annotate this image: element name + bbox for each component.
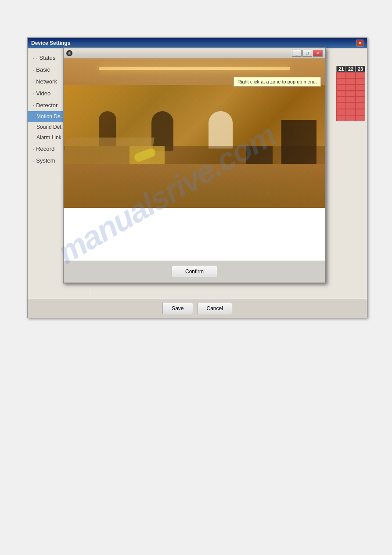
- popup-close-button[interactable]: ✕: [313, 50, 323, 57]
- popup-content-area: [64, 208, 325, 261]
- schedule-col-23: 23: [356, 66, 365, 72]
- schedule-cell[interactable]: [346, 84, 356, 91]
- window-controls: _ □ ✕: [292, 50, 323, 57]
- schedule-cell[interactable]: [346, 91, 356, 97]
- schedule-cell[interactable]: [336, 115, 346, 121]
- schedule-cell[interactable]: [356, 78, 365, 84]
- camera-feed: Right click at a zone to pop up menu.: [64, 58, 325, 208]
- minimize-button[interactable]: _: [292, 50, 302, 57]
- save-button[interactable]: Save: [162, 303, 193, 314]
- schedule-cells: [336, 72, 367, 121]
- cancel-button[interactable]: Cancel: [198, 303, 232, 314]
- schedule-cell[interactable]: [346, 109, 356, 115]
- panel-titlebar: Device Settings ×: [28, 38, 367, 48]
- schedule-col-21: 21: [336, 66, 346, 72]
- schedule-cell[interactable]: [356, 115, 365, 121]
- panel-title: Device Settings: [31, 40, 70, 46]
- panel-close-button[interactable]: ×: [356, 40, 363, 47]
- schedule-col-22: 22: [346, 66, 356, 72]
- schedule-cell[interactable]: [346, 72, 356, 78]
- schedule-cell[interactable]: [356, 91, 365, 97]
- schedule-cell[interactable]: [336, 84, 346, 91]
- schedule-cell[interactable]: [346, 103, 356, 109]
- schedule-col-cells-22: [346, 72, 356, 121]
- maximize-button[interactable]: □: [302, 50, 312, 57]
- schedule-cell[interactable]: [336, 103, 346, 109]
- schedule-cell[interactable]: [336, 97, 346, 103]
- schedule-cell[interactable]: [356, 103, 365, 109]
- schedule-col-cells-23: [356, 72, 365, 121]
- schedule-cell[interactable]: [356, 97, 365, 103]
- schedule-col-cells-21: [336, 72, 346, 121]
- zone-tooltip: Right click at a zone to pop up menu.: [234, 77, 321, 87]
- schedule-cell[interactable]: [346, 78, 356, 84]
- schedule-cell[interactable]: [356, 109, 365, 115]
- schedule-header: 21 22 23: [336, 66, 367, 72]
- popup-footer: Confirm: [64, 261, 325, 283]
- schedule-cell[interactable]: [336, 91, 346, 97]
- schedule-cell[interactable]: [336, 109, 346, 115]
- schedule-cell[interactable]: [336, 78, 346, 84]
- confirm-button[interactable]: Confirm: [172, 266, 217, 277]
- schedule-cell[interactable]: [346, 97, 356, 103]
- schedule-cell[interactable]: [356, 72, 365, 78]
- popup-titlebar: _ □ ✕: [64, 48, 325, 58]
- popup-title-left: [66, 50, 72, 56]
- schedule-cell[interactable]: [346, 115, 356, 121]
- svg-point-1: [68, 52, 70, 54]
- schedule-grid-area: 21 22 23: [336, 66, 367, 121]
- motion-zone-popup: _ □ ✕: [63, 47, 326, 283]
- schedule-cell[interactable]: [356, 84, 365, 91]
- panel-footer: Save Cancel: [28, 299, 367, 318]
- camera-icon: [66, 50, 72, 56]
- schedule-cell[interactable]: [336, 72, 346, 78]
